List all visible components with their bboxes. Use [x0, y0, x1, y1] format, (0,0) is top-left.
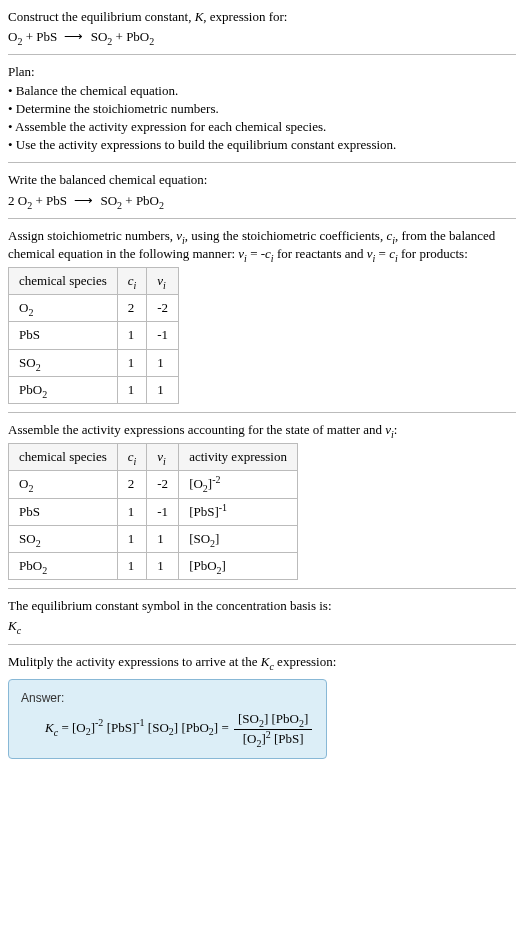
cell-species: O2 — [9, 295, 118, 322]
cell-species: PbS — [9, 322, 118, 349]
cell-vi: -2 — [147, 295, 179, 322]
balanced-text: Write the balanced chemical equation: — [8, 171, 516, 189]
plan-item: • Balance the chemical equation. — [8, 82, 516, 100]
cell-ci: 1 — [117, 349, 147, 376]
eqconst-text: The equilibrium constant symbol in the c… — [8, 597, 516, 615]
table-row: SO2 1 1 [SO2] — [9, 525, 298, 552]
col-species: chemical species — [9, 268, 118, 295]
divider — [8, 588, 516, 589]
cell-species: PbO2 — [9, 552, 118, 579]
divider — [8, 644, 516, 645]
balanced-equation: 2 O2 + PbS ⟶ SO2 + PbO2 — [8, 192, 516, 210]
answer-expression: Kc = [O2]-2 [PbS]-1 [SO2] [PbO2] = [SO2]… — [21, 710, 314, 747]
cell-species: PbO2 — [9, 376, 118, 403]
stoich-section: Assign stoichiometric numbers, νi, using… — [8, 227, 516, 404]
table-row: PbO2 1 1 [PbO2] — [9, 552, 298, 579]
intro-text: Construct the equilibrium constant, K, e… — [8, 8, 516, 26]
cell-vi: 1 — [147, 552, 179, 579]
col-vi: νi — [147, 444, 179, 471]
plan-item: • Assemble the activity expression for e… — [8, 118, 516, 136]
divider — [8, 162, 516, 163]
stoich-table: chemical species ci νi O2 2 -2 PbS 1 -1 … — [8, 267, 179, 404]
cell-vi: 1 — [147, 376, 179, 403]
fraction: [SO2] [PbO2] [O2]2 [PbS] — [234, 710, 312, 747]
table-header-row: chemical species ci νi activity expressi… — [9, 444, 298, 471]
plan-item: • Use the activity expressions to build … — [8, 136, 516, 154]
cell-vi: 1 — [147, 525, 179, 552]
col-vi: νi — [147, 268, 179, 295]
cell-species: SO2 — [9, 525, 118, 552]
plan-item-text: Use the activity expressions to build th… — [16, 137, 397, 152]
table-row: O2 2 -2 [O2]-2 — [9, 471, 298, 498]
cell-ci: 1 — [117, 525, 147, 552]
fraction-numerator: [SO2] [PbO2] — [234, 710, 312, 729]
cell-species: SO2 — [9, 349, 118, 376]
cell-vi: -1 — [147, 322, 179, 349]
divider — [8, 54, 516, 55]
cell-ci: 1 — [117, 376, 147, 403]
plan-item-text: Determine the stoichiometric numbers. — [16, 101, 219, 116]
table-row: O2 2 -2 — [9, 295, 179, 322]
plan-heading: Plan: — [8, 63, 516, 81]
table-row: PbS 1 -1 — [9, 322, 179, 349]
multiply-text: Mulitply the activity expressions to arr… — [8, 653, 516, 671]
cell-vi: -1 — [147, 498, 179, 525]
divider — [8, 412, 516, 413]
cell-species: PbS — [9, 498, 118, 525]
table-row: PbO2 1 1 — [9, 376, 179, 403]
eqconst-symbol: Kc — [8, 617, 516, 635]
col-ci: ci — [117, 268, 147, 295]
cell-species: O2 — [9, 471, 118, 498]
answer-label: Answer: — [21, 690, 314, 707]
cell-vi: 1 — [147, 349, 179, 376]
cell-ci: 2 — [117, 471, 147, 498]
balanced-section: Write the balanced chemical equation: 2 … — [8, 171, 516, 209]
col-ci: ci — [117, 444, 147, 471]
cell-ci: 1 — [117, 552, 147, 579]
eqconst-section: The equilibrium constant symbol in the c… — [8, 597, 516, 635]
plan-item-text: Assemble the activity expression for eac… — [15, 119, 326, 134]
cell-expr: [O2]-2 — [179, 471, 298, 498]
plan-item-text: Balance the chemical equation. — [16, 83, 178, 98]
plan-item: • Determine the stoichiometric numbers. — [8, 100, 516, 118]
cell-ci: 1 — [117, 498, 147, 525]
divider — [8, 218, 516, 219]
cell-expr: [PbS]-1 — [179, 498, 298, 525]
col-expr: activity expression — [179, 444, 298, 471]
cell-expr: [SO2] — [179, 525, 298, 552]
cell-expr: [PbO2] — [179, 552, 298, 579]
plan-section: Plan: • Balance the chemical equation. •… — [8, 63, 516, 154]
table-row: SO2 1 1 — [9, 349, 179, 376]
activity-section: Assemble the activity expressions accoun… — [8, 421, 516, 580]
table-row: PbS 1 -1 [PbS]-1 — [9, 498, 298, 525]
col-species: chemical species — [9, 444, 118, 471]
cell-vi: -2 — [147, 471, 179, 498]
stoich-text: Assign stoichiometric numbers, νi, using… — [8, 227, 516, 263]
cell-ci: 2 — [117, 295, 147, 322]
answer-box: Answer: Kc = [O2]-2 [PbS]-1 [SO2] [PbO2]… — [8, 679, 327, 759]
table-header-row: chemical species ci νi — [9, 268, 179, 295]
fraction-denominator: [O2]2 [PbS] — [234, 730, 312, 748]
cell-ci: 1 — [117, 322, 147, 349]
unbalanced-equation: O2 + PbS ⟶ SO2 + PbO2 — [8, 28, 516, 46]
activity-text: Assemble the activity expressions accoun… — [8, 421, 516, 439]
activity-table: chemical species ci νi activity expressi… — [8, 443, 298, 580]
multiply-section: Mulitply the activity expressions to arr… — [8, 653, 516, 671]
intro-section: Construct the equilibrium constant, K, e… — [8, 8, 516, 46]
